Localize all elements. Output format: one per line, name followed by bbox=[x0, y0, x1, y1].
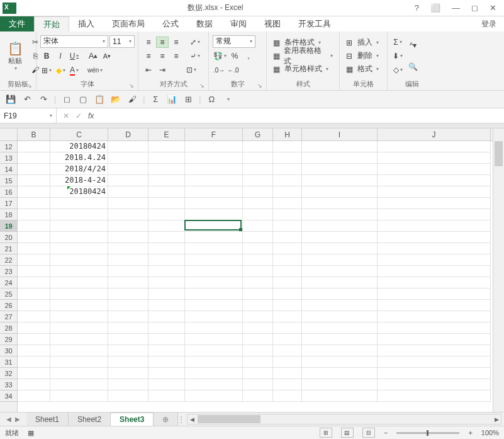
cell-C21[interactable] bbox=[50, 243, 108, 254]
cell-B32[interactable] bbox=[18, 368, 50, 379]
cell-I32[interactable] bbox=[302, 368, 378, 379]
row-header-31[interactable]: 31 bbox=[0, 356, 17, 368]
underline-button[interactable]: U bbox=[68, 50, 81, 62]
cell-H12[interactable] bbox=[273, 141, 302, 152]
cell-H26[interactable] bbox=[273, 300, 302, 311]
qat-redo-icon[interactable]: ↷ bbox=[38, 94, 49, 105]
cell-H27[interactable] bbox=[273, 311, 302, 322]
cell-J26[interactable] bbox=[378, 300, 491, 311]
tab-页面布局[interactable]: 页面布局 bbox=[103, 16, 154, 31]
cell-G29[interactable] bbox=[243, 334, 273, 345]
row-header-12[interactable]: 12 bbox=[0, 141, 17, 152]
cell-J19[interactable] bbox=[378, 220, 491, 232]
fill-button[interactable]: ⬇ bbox=[391, 50, 404, 62]
cell-E31[interactable] bbox=[148, 356, 185, 368]
tab-开发工具[interactable]: 开发工具 bbox=[289, 16, 340, 31]
cell-D30[interactable] bbox=[108, 345, 148, 356]
col-header-G[interactable]: G bbox=[243, 128, 273, 140]
insert-cells-button[interactable]: ⊞插入 bbox=[344, 37, 381, 49]
cell-H23[interactable] bbox=[273, 266, 302, 277]
cell-E27[interactable] bbox=[148, 311, 185, 322]
font-launcher-icon[interactable]: ↘ bbox=[129, 83, 134, 89]
cell-H16[interactable] bbox=[273, 186, 302, 198]
fx-icon[interactable]: fx bbox=[88, 111, 94, 120]
cell-J24[interactable] bbox=[378, 277, 491, 288]
cell-C15[interactable]: 2018-4-24 bbox=[50, 175, 108, 186]
qat-new-icon[interactable]: ◻ bbox=[61, 94, 72, 105]
cell-C30[interactable] bbox=[50, 345, 108, 356]
restore-icon[interactable]: ◻ bbox=[471, 3, 478, 13]
cell-G16[interactable] bbox=[243, 186, 273, 198]
cell-B15[interactable] bbox=[18, 175, 50, 186]
qat-sum-icon[interactable]: Σ bbox=[150, 94, 161, 105]
help-icon[interactable]: ? bbox=[415, 3, 419, 13]
align-right-icon[interactable]: ≡ bbox=[170, 50, 182, 62]
cell-H29[interactable] bbox=[273, 334, 302, 345]
add-sheet-button[interactable]: ⊕ bbox=[154, 413, 178, 426]
zoom-slider[interactable] bbox=[396, 432, 459, 434]
cell-H32[interactable] bbox=[273, 368, 302, 379]
cell-H30[interactable] bbox=[273, 345, 302, 356]
cell-D29[interactable] bbox=[108, 334, 148, 345]
cell-E26[interactable] bbox=[148, 300, 185, 311]
cell-D26[interactable] bbox=[108, 300, 148, 311]
cell-F32[interactable] bbox=[185, 368, 243, 379]
cell-C17[interactable] bbox=[50, 198, 108, 209]
zoom-slider-thumb[interactable] bbox=[427, 430, 428, 436]
cell-E23[interactable] bbox=[148, 266, 185, 277]
cell-J17[interactable] bbox=[378, 198, 491, 209]
cell-G21[interactable] bbox=[243, 243, 273, 254]
cell-I18[interactable] bbox=[302, 209, 378, 220]
cell-B22[interactable] bbox=[18, 254, 50, 266]
row-header-20[interactable]: 20 bbox=[0, 232, 17, 243]
vscroll-thumb[interactable] bbox=[495, 141, 503, 166]
tab-开始[interactable]: 开始 bbox=[34, 16, 69, 31]
cell-styles-button[interactable]: ▦单元格样式 bbox=[271, 63, 335, 76]
cell-F20[interactable] bbox=[185, 232, 243, 243]
cell-E19[interactable] bbox=[148, 220, 185, 232]
cell-B19[interactable] bbox=[18, 220, 50, 232]
column-headers[interactable]: BCDEFGHIJ bbox=[18, 128, 493, 141]
cell-D12[interactable] bbox=[108, 141, 148, 152]
cell-H31[interactable] bbox=[273, 356, 302, 368]
cell-D15[interactable] bbox=[108, 175, 148, 186]
row-header-25[interactable]: 25 bbox=[0, 288, 17, 300]
cell-E16[interactable] bbox=[148, 186, 185, 198]
cell-J34[interactable] bbox=[378, 391, 491, 402]
cell-E25[interactable] bbox=[148, 288, 185, 300]
bold-button[interactable]: B bbox=[40, 50, 53, 62]
cell-J27[interactable] bbox=[378, 311, 491, 322]
align-center-icon[interactable]: ≡ bbox=[156, 50, 169, 62]
sheet-tab-Sheet3[interactable]: Sheet3 bbox=[111, 413, 154, 426]
row-header-32[interactable]: 32 bbox=[0, 368, 17, 379]
cell-J29[interactable] bbox=[378, 334, 491, 345]
cell-D22[interactable] bbox=[108, 254, 148, 266]
cell-F25[interactable] bbox=[185, 288, 243, 300]
cell-J22[interactable] bbox=[378, 254, 491, 266]
cell-B16[interactable] bbox=[18, 186, 50, 198]
cell-C22[interactable] bbox=[50, 254, 108, 266]
vertical-scrollbar[interactable] bbox=[493, 128, 504, 412]
cell-E18[interactable] bbox=[148, 209, 185, 220]
cell-F30[interactable] bbox=[185, 345, 243, 356]
cell-G19[interactable] bbox=[243, 220, 273, 232]
cell-H25[interactable] bbox=[273, 288, 302, 300]
cell-J21[interactable] bbox=[378, 243, 491, 254]
cell-F22[interactable] bbox=[185, 254, 243, 266]
qat-open-icon[interactable]: 📂 bbox=[110, 94, 121, 105]
cell-B26[interactable] bbox=[18, 300, 50, 311]
ribbon-display-options-icon[interactable]: ⬜ bbox=[430, 3, 440, 13]
enter-formula-icon[interactable]: ✓ bbox=[76, 111, 82, 120]
cell-G34[interactable] bbox=[243, 391, 273, 402]
orientation-button[interactable]: ⤢ bbox=[189, 36, 201, 48]
align-top-icon[interactable]: ≡ bbox=[142, 37, 155, 48]
number-launcher-icon[interactable]: ↘ bbox=[257, 83, 262, 89]
cell-I33[interactable] bbox=[302, 379, 378, 391]
qat-save-icon[interactable]: 💾 bbox=[5, 94, 16, 105]
align-bottom-icon[interactable]: ≡ bbox=[170, 37, 182, 48]
col-header-J[interactable]: J bbox=[378, 128, 491, 140]
row-header-27[interactable]: 27 bbox=[0, 311, 17, 322]
cell-F18[interactable] bbox=[185, 209, 243, 220]
cell-G27[interactable] bbox=[243, 311, 273, 322]
cell-B14[interactable] bbox=[18, 164, 50, 175]
